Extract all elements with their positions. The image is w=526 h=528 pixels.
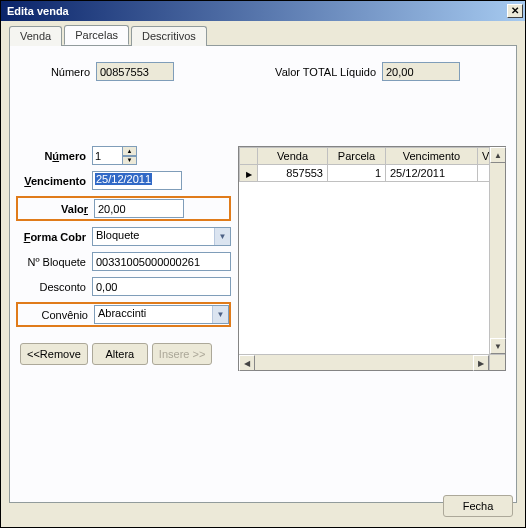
window-title: Edita venda (7, 5, 507, 17)
scroll-right-icon[interactable]: ▶ (473, 355, 489, 371)
tab-descritivos[interactable]: Descritivos (131, 26, 207, 46)
tab-venda[interactable]: Venda (9, 26, 62, 46)
left-column: Número ▲ ▼ Vencimento 25/12/2011 (16, 146, 231, 365)
scrollbar-horizontal[interactable]: ◀ ▶ (239, 354, 489, 370)
input-numero[interactable] (92, 146, 122, 165)
tab-parcelas[interactable]: Parcelas (64, 25, 129, 45)
close-button[interactable]: ✕ (507, 4, 523, 18)
select-convenio[interactable]: Abraccinti ▼ (94, 305, 229, 324)
label-numero: Número (16, 150, 92, 162)
footer: Fecha (443, 495, 513, 517)
cell-parcela: 1 (328, 165, 386, 182)
table-row[interactable]: 857553 1 25/12/2011 (240, 165, 505, 182)
label-forma-cobr: Forma Cobr (16, 231, 92, 243)
insere-button: Insere >> (152, 343, 212, 365)
scrollbar-vertical[interactable]: ▲ ▼ (489, 147, 505, 354)
altera-button[interactable]: Altera (92, 343, 148, 365)
scroll-corner (489, 354, 505, 370)
titlebar: Edita venda ✕ (1, 1, 525, 21)
input-bloquete[interactable] (92, 252, 231, 271)
action-button-row: << Remove Altera Insere >> (16, 343, 231, 365)
scroll-down-icon[interactable]: ▼ (490, 338, 506, 354)
grid-parcelas[interactable]: Venda Parcela Vencimento Valo 857553 1 2… (238, 146, 506, 371)
label-bloquete: Nº Bloquete (16, 256, 92, 268)
grid-corner-header (240, 148, 258, 165)
remove-button[interactable]: << Remove (20, 343, 88, 365)
label-vencimento: Vencimento (16, 175, 92, 187)
spin-up-icon[interactable]: ▲ (122, 146, 137, 156)
chevron-down-icon[interactable]: ▼ (212, 306, 228, 323)
col-venda[interactable]: Venda (258, 148, 328, 165)
scroll-up-icon[interactable]: ▲ (490, 147, 506, 163)
fecha-button[interactable]: Fecha (443, 495, 513, 517)
input-vencimento[interactable]: 25/12/2011 (92, 171, 182, 190)
select-forma-value: Bloquete (93, 228, 214, 245)
cell-venda: 857553 (258, 165, 328, 182)
grid-header-row: Venda Parcela Vencimento Valo (240, 148, 505, 165)
label-numero-header: Número (40, 66, 90, 78)
label-desconto: Desconto (16, 281, 92, 293)
row-indicator-icon (240, 165, 258, 182)
label-total-liquido: Valor TOTAL Líquido (275, 66, 376, 78)
field-numero-header (96, 62, 174, 81)
select-forma-cobr[interactable]: Bloquete ▼ (92, 227, 231, 246)
tabstrip: Venda Parcelas Descritivos (9, 25, 517, 45)
spinner-numero[interactable]: ▲ ▼ (92, 146, 137, 165)
input-valor[interactable] (94, 199, 184, 218)
tab-panel-parcelas: Número Valor TOTAL Líquido Número ▲ ▼ (9, 45, 517, 503)
client-area: Venda Parcelas Descritivos Número Valor … (1, 21, 525, 527)
top-row: Número Valor TOTAL Líquido (20, 62, 506, 81)
spin-down-icon[interactable]: ▼ (122, 156, 137, 166)
col-vencimento[interactable]: Vencimento (386, 148, 478, 165)
chevron-down-icon[interactable]: ▼ (214, 228, 230, 245)
label-convenio: Convênio (18, 309, 94, 321)
input-desconto[interactable] (92, 277, 231, 296)
select-convenio-value: Abraccinti (95, 306, 212, 323)
scroll-left-icon[interactable]: ◀ (239, 355, 255, 371)
label-valor: Valor (18, 203, 94, 215)
cell-vencimento: 25/12/2011 (386, 165, 478, 182)
field-total-liquido (382, 62, 460, 81)
close-icon: ✕ (511, 6, 519, 16)
col-parcela[interactable]: Parcela (328, 148, 386, 165)
